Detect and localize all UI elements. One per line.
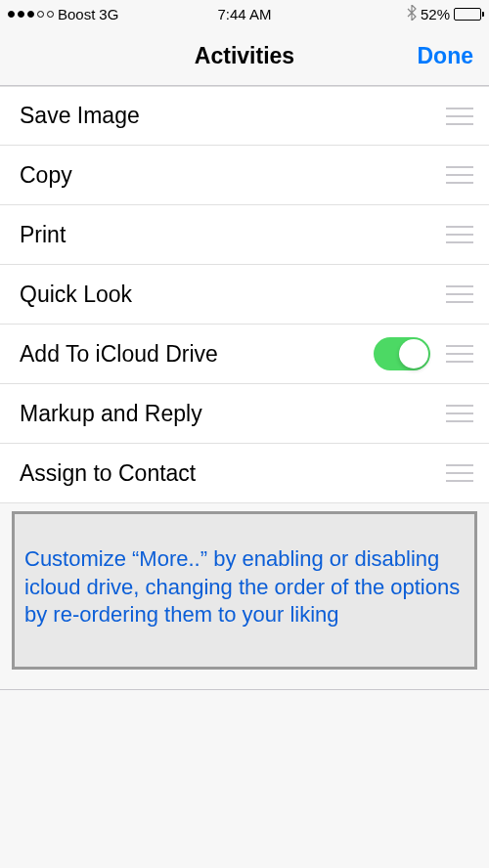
signal-strength-icon	[8, 11, 54, 18]
list-row-copy[interactable]: Copy	[0, 146, 489, 205]
row-label: Markup and Reply	[20, 401, 430, 427]
network-label: 3G	[99, 6, 118, 22]
list-row-assign-contact[interactable]: Assign to Contact	[0, 444, 489, 503]
reorder-handle-icon[interactable]	[446, 464, 473, 482]
page-title: Activities	[195, 43, 294, 69]
battery-percent-label: 52%	[421, 6, 450, 22]
battery-icon	[454, 8, 481, 21]
row-label: Quick Look	[20, 282, 430, 308]
divider	[0, 689, 489, 690]
row-label: Save Image	[20, 103, 430, 129]
row-label: Assign to Contact	[20, 460, 430, 487]
list-row-quick-look[interactable]: Quick Look	[0, 265, 489, 325]
activities-list: Save Image Copy Print Quick Look Add To …	[0, 86, 489, 503]
list-row-save-image[interactable]: Save Image	[0, 86, 489, 146]
reorder-handle-icon[interactable]	[446, 226, 473, 243]
switch-knob	[399, 339, 428, 369]
reorder-handle-icon[interactable]	[446, 345, 473, 363]
carrier-label: Boost	[58, 6, 95, 22]
status-bar: Boost 3G 7:44 AM 52%	[0, 0, 489, 27]
reorder-handle-icon[interactable]	[446, 166, 473, 184]
status-left: Boost 3G	[8, 6, 118, 22]
nav-bar: Activities Done	[0, 27, 489, 86]
list-row-markup-reply[interactable]: Markup and Reply	[0, 384, 489, 444]
annotation-text: Customize “More..” by enabling or disabl…	[24, 545, 465, 629]
status-right: 52%	[407, 5, 481, 23]
row-label: Copy	[20, 162, 430, 189]
done-button[interactable]: Done	[418, 43, 474, 69]
reorder-handle-icon[interactable]	[446, 108, 473, 125]
row-label: Add To iCloud Drive	[20, 341, 366, 368]
annotation-callout: Customize “More..” by enabling or disabl…	[12, 511, 477, 670]
list-row-print[interactable]: Print	[0, 205, 489, 265]
reorder-handle-icon[interactable]	[446, 405, 473, 422]
bluetooth-icon	[407, 5, 417, 23]
list-row-icloud-drive[interactable]: Add To iCloud Drive	[0, 325, 489, 384]
icloud-drive-toggle[interactable]	[374, 337, 430, 370]
row-label: Print	[20, 222, 430, 248]
reorder-handle-icon[interactable]	[446, 285, 473, 303]
clock-label: 7:44 AM	[217, 6, 271, 22]
